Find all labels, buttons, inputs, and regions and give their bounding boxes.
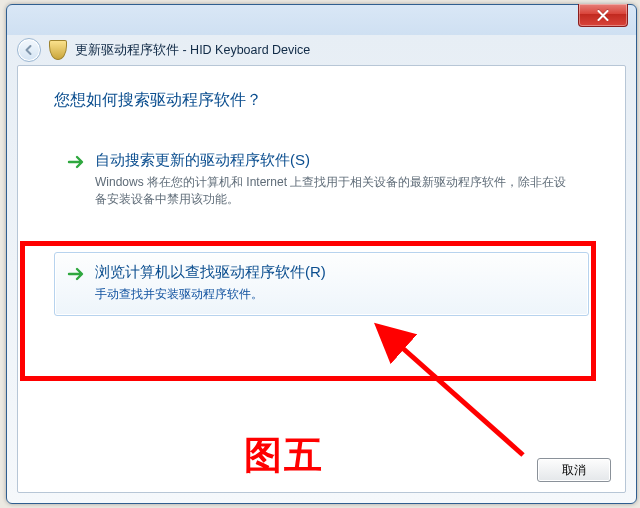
close-icon xyxy=(597,10,609,21)
close-button[interactable] xyxy=(578,4,628,27)
option-title: 浏览计算机以查找驱动程序软件(R) xyxy=(95,263,574,282)
cancel-button[interactable]: 取消 xyxy=(537,458,611,482)
arrow-right-icon xyxy=(67,265,85,283)
content-area: 您想如何搜索驱动程序软件？ 自动搜索更新的驱动程序软件(S) Windows 将… xyxy=(17,65,626,493)
option-browse-computer[interactable]: 浏览计算机以查找驱动程序软件(R) 手动查找并安装驱动程序软件。 xyxy=(54,252,589,316)
arrow-right-icon xyxy=(67,153,85,171)
option-title: 自动搜索更新的驱动程序软件(S) xyxy=(95,151,574,170)
page-heading: 您想如何搜索驱动程序软件？ xyxy=(54,90,262,111)
back-button[interactable] xyxy=(17,38,41,62)
nav-row: 更新驱动程序软件 - HID Keyboard Device xyxy=(17,39,626,61)
option-desc: 手动查找并安装驱动程序软件。 xyxy=(95,286,574,303)
footer: 取消 xyxy=(537,458,611,482)
titlebar xyxy=(7,5,636,35)
option-auto-search[interactable]: 自动搜索更新的驱动程序软件(S) Windows 将在您的计算机和 Intern… xyxy=(54,140,589,222)
window-title: 更新驱动程序软件 - HID Keyboard Device xyxy=(75,42,310,59)
shield-icon xyxy=(49,40,67,60)
back-arrow-icon xyxy=(23,44,35,56)
wizard-window: 更新驱动程序软件 - HID Keyboard Device 您想如何搜索驱动程… xyxy=(6,4,637,504)
option-desc: Windows 将在您的计算机和 Internet 上查找用于相关设备的最新驱动… xyxy=(95,174,574,209)
